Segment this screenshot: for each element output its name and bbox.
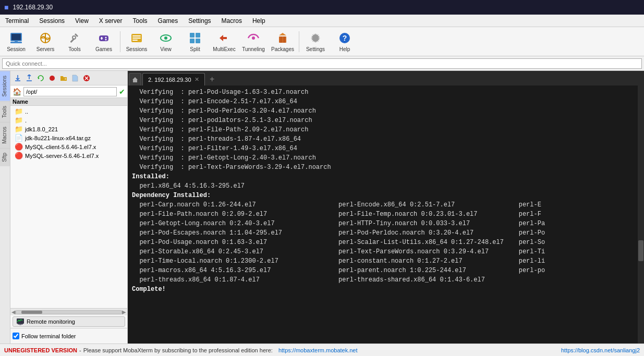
svg-rect-9	[99, 35, 108, 41]
file-item-mysql-server[interactable]: 🔴 MySQL-server-5.6.46-1.el7.x	[10, 151, 127, 160]
settings-icon	[308, 31, 323, 45]
multiexec-icon	[217, 31, 232, 45]
terminal-tab-add[interactable]: +	[206, 73, 218, 85]
terminal-content[interactable]: Verifying : perl-Pod-Usage-1.63-3.el7.no…	[128, 85, 644, 343]
toolbar-servers[interactable]: Servers	[31, 29, 59, 55]
file-item-mysql-client[interactable]: 🔴 MySQL-client-5.6.46-1.el7.x	[10, 142, 127, 151]
left-tab-macros[interactable]: Macros	[0, 122, 10, 148]
follow-terminal-area: Follow terminal folder	[10, 328, 127, 343]
svg-rect-41	[18, 324, 23, 325]
toolbar-session[interactable]: Session	[2, 29, 30, 55]
status-spacer	[275, 347, 276, 353]
terminal-line: perl-macros.x86_64 4:5.16.3-295.el7 perl…	[132, 266, 640, 275]
file-item-jdk[interactable]: 📁 jdk1.8.0_221	[10, 125, 127, 133]
menu-help[interactable]: Help	[247, 15, 271, 27]
terminal-tab-2[interactable]: 2. 192.168.29.30 ✕	[142, 73, 205, 85]
multiexec-label: MultiExec	[213, 46, 235, 52]
left-tab-sftp[interactable]: Sftp	[0, 148, 10, 166]
menu-sessions[interactable]: Sessions	[34, 15, 70, 27]
terminal-line: Dependency Installed:	[132, 191, 640, 200]
toolbar-games[interactable]: Games	[90, 29, 118, 55]
toolbar-sessions[interactable]: Sessions	[123, 29, 151, 55]
svg-rect-25	[279, 36, 286, 43]
file-panel-toolbar: +	[10, 71, 127, 85]
folder-icon-dotdot: 📁	[15, 107, 23, 115]
terminal-vscroll-thumb	[638, 240, 643, 261]
file-path-bar: 🏠 ✔	[10, 85, 127, 98]
menu-macros[interactable]: Macros	[216, 15, 247, 27]
file-tree: 📁 .. 📁 . 📁 jdk1.8.0_221 📄 jdk-8u221-linu…	[10, 106, 127, 308]
fp-delete-btn[interactable]	[81, 73, 92, 83]
fp-newfile-btn[interactable]	[70, 73, 80, 83]
terminal-line: Verifying : perl-Pod-Usage-1.63-3.el7.no…	[132, 88, 640, 97]
terminal-vscroll[interactable]	[638, 85, 644, 343]
file-col-header: Name	[10, 98, 127, 106]
remote-monitoring-label: Remote monitoring	[27, 318, 75, 325]
session-label: Session	[7, 46, 26, 52]
terminal-tab-2-close[interactable]: ✕	[195, 76, 199, 83]
status-right-link[interactable]: https://blog.csdn.net/sanliangj2	[561, 347, 640, 353]
svg-rect-3	[15, 41, 18, 42]
terminal-line: perl-Pod-Escapes.noarch 1:1.04-295.el7 p…	[132, 228, 640, 238]
toolbar-tunneling[interactable]: Tunneling	[239, 29, 268, 55]
file-item-dotdot[interactable]: 📁 ..	[10, 107, 127, 116]
terminal-line: perl-Carp.noarch 0:1.26-244.el7 perl-Enc…	[132, 200, 640, 210]
fp-newfolder-btn[interactable]: +	[58, 73, 69, 83]
remote-monitoring-button[interactable]: Remote monitoring	[13, 316, 125, 327]
terminal-line: Installed:	[132, 172, 640, 181]
status-link[interactable]: https://mobaxterm.mobatek.net	[278, 347, 358, 353]
left-tab-tools[interactable]: Tools	[0, 101, 10, 122]
menu-terminal[interactable]: Terminal	[0, 15, 34, 27]
terminal-line: perl-Pod-Usage.noarch 0:1.63-3.el7 perl-…	[132, 238, 640, 247]
toolbar-multiexec[interactable]: MultiExec	[210, 29, 238, 55]
svg-text:+: +	[64, 77, 67, 81]
svg-point-8	[72, 36, 76, 39]
hscroll-track[interactable]	[16, 310, 122, 314]
follow-terminal-label: Follow terminal folder	[21, 333, 76, 339]
terminal-line: Verifying : perl-threads-1.87-4.el7.x86_…	[132, 134, 640, 144]
toolbar-split[interactable]: Split	[181, 29, 209, 55]
follow-terminal-checkbox-label[interactable]: Follow terminal folder	[13, 333, 76, 339]
toolbar-help[interactable]: ? Help	[331, 29, 359, 55]
menu-games[interactable]: Games	[153, 15, 184, 27]
menu-xserver[interactable]: X server	[94, 15, 128, 27]
left-tabs: Sessions Tools Macros Sftp	[0, 71, 10, 343]
fp-refresh-btn[interactable]	[35, 73, 46, 83]
toolbar-tools[interactable]: Tools	[60, 29, 89, 55]
settings-label: Settings	[306, 46, 325, 52]
split-label: Split	[190, 46, 200, 52]
file-item-tarball[interactable]: 📄 jdk-8u221-linux-x64.tar.gz	[10, 133, 127, 142]
packages-icon	[275, 31, 290, 45]
file-name-dotdot: ..	[25, 108, 28, 115]
toolbar-view[interactable]: View	[152, 29, 180, 55]
games-label: Games	[95, 46, 112, 52]
toolbar: Session Servers Tools Games Sessions Vie…	[0, 27, 644, 56]
file-panel-hscroll[interactable]: ◀ ▶	[10, 308, 127, 315]
toolbar-settings[interactable]: Settings	[301, 29, 330, 55]
terminal-panel: 2. 192.168.29.30 ✕ + Verifying : perl-Po…	[128, 71, 644, 343]
fp-upload-btn[interactable]	[24, 73, 34, 83]
menu-tools[interactable]: Tools	[128, 15, 153, 27]
file-item-dot[interactable]: 📁 .	[10, 116, 127, 125]
fp-download-btn[interactable]	[13, 73, 23, 83]
menu-view[interactable]: View	[70, 15, 94, 27]
svg-text:?: ?	[343, 34, 347, 42]
tools-icon	[67, 31, 82, 45]
status-message: Please support MobaXterm by subscribing …	[83, 347, 273, 353]
terminal-tab-2-label: 2. 192.168.29.30	[148, 77, 191, 83]
view-label: View	[160, 46, 172, 52]
terminal-tab-home[interactable]	[129, 73, 141, 85]
toolbar-packages[interactable]: Packages	[269, 29, 297, 55]
terminal-line: perl-Time-Local.noarch 0:1.2300-2.el7 pe…	[132, 256, 640, 266]
quick-connect-input[interactable]	[2, 58, 642, 69]
fp-record-btn[interactable]	[47, 73, 57, 83]
menu-settings[interactable]: Settings	[183, 15, 216, 27]
follow-terminal-checkbox[interactable]	[13, 333, 19, 339]
terminal-line: Verifying : perl-Text-ParseWords-3.29-4.…	[132, 163, 640, 172]
hscroll-right[interactable]: ▶	[122, 309, 126, 315]
hscroll-left[interactable]: ◀	[11, 309, 16, 315]
svg-point-19	[164, 36, 167, 40]
left-tab-sessions[interactable]: Sessions	[0, 71, 10, 101]
file-path-input[interactable]	[23, 87, 117, 96]
svg-rect-22	[190, 39, 195, 43]
